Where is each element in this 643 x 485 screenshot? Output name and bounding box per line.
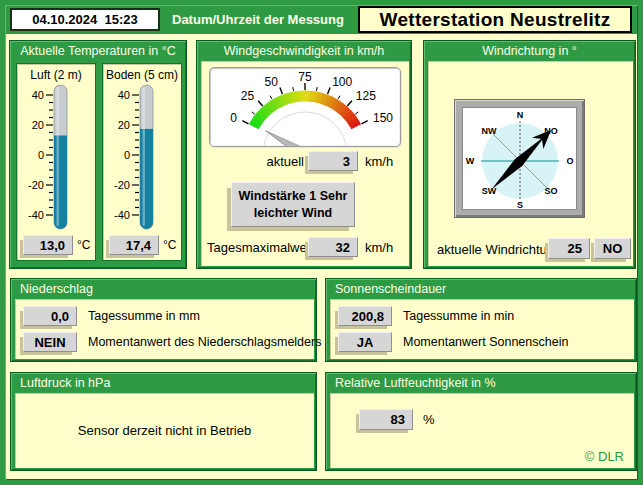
- svg-text:20: 20: [118, 119, 130, 131]
- humidity-unit: %: [423, 412, 435, 427]
- datetime-display: 04.10.2024 15:23: [10, 8, 160, 31]
- compass: N NO O SO S SW W NW: [454, 99, 585, 218]
- wind-current-value: 3: [308, 151, 358, 171]
- svg-text:-20: -20: [28, 179, 44, 191]
- panel-precipitation: Niederschlag 0,0 Tagessumme in mm NEIN M…: [10, 278, 317, 362]
- precip-sum-label: Tagessumme in mm: [88, 309, 200, 323]
- compass-label-n: N: [516, 110, 523, 120]
- panel-humidity-title: Relative Luftfeuchtigkeit in %: [326, 373, 636, 393]
- air-temp-value: 13,0: [23, 235, 73, 255]
- pressure-status-text: Sensor derzeit nicht in Betrieb: [15, 393, 314, 468]
- svg-text:0: 0: [38, 149, 44, 161]
- svg-text:75: 75: [298, 70, 312, 84]
- svg-text:150: 150: [373, 111, 393, 125]
- precip-now-value: NEIN: [23, 332, 77, 352]
- soil-temp-unit: °C: [163, 238, 176, 252]
- wind-direction-value: 25: [548, 238, 590, 259]
- precip-sum-value: 0,0: [23, 306, 77, 326]
- wind-max-unit: km/h: [365, 240, 393, 255]
- sunshine-sum-label: Tagessumme in min: [403, 309, 514, 323]
- compass-label-s: S: [516, 200, 522, 209]
- panel-pressure: Luftdruck in hPa Sensor derzeit nicht in…: [10, 372, 317, 471]
- thermometer-soil-gauge: -40-2002040: [105, 83, 179, 235]
- compass-label-o: O: [566, 156, 573, 166]
- compass-rose: N NO O SO S SW W NW: [464, 109, 576, 209]
- station-title: Wetterstation Neustrelitz: [358, 6, 632, 33]
- sunshine-now-value: JA: [338, 332, 392, 352]
- wind-direction-sector: NO: [594, 238, 631, 259]
- wind-current-unit: km/h: [365, 154, 393, 169]
- beaufort-indicator: Windstärke 1 Sehr leichter Wind: [231, 182, 355, 227]
- thermometer-air-gauge: -40-2002040: [19, 83, 93, 235]
- panel-sunshine: Sonnenscheindauer 200,8 Tagessumme in mi…: [325, 278, 637, 362]
- panel-pressure-title: Luftdruck in hPa: [11, 373, 316, 393]
- panel-temperatures: Aktuelle Temperaturen in °C Luft (2 m) -…: [9, 40, 187, 269]
- compass-label-w: W: [465, 156, 474, 166]
- precip-now-label: Momentanwert des Niederschlagsmelders: [88, 335, 321, 349]
- svg-text:0: 0: [124, 149, 130, 161]
- thermometer-air-panel: Luft (2 m) -40-2002040 13,0 °C: [16, 63, 96, 261]
- svg-text:0: 0: [230, 111, 237, 125]
- panel-humidity: Relative Luftfeuchtigkeit in % 83 % © DL…: [325, 372, 637, 471]
- panel-wind-speed-title: Windgeschwindigkeit in km/h: [197, 41, 411, 61]
- wind-direction-label: aktuelle Windrichtung: [437, 242, 561, 257]
- panel-temperatures-title: Aktuelle Temperaturen in °C: [10, 41, 186, 61]
- thermometer-soil-panel: Boden (5 cm) -40-2002040 17,4 °C: [102, 63, 182, 261]
- compass-label-nw: NW: [481, 126, 496, 136]
- svg-text:25: 25: [241, 89, 255, 103]
- air-sensor-label: Luft (2 m): [17, 68, 95, 82]
- svg-text:40: 40: [118, 89, 130, 101]
- svg-text:100: 100: [332, 75, 352, 89]
- top-bar: 04.10.2024 15:23 Datum/Uhrzeit der Messu…: [5, 5, 638, 34]
- svg-text:125: 125: [356, 89, 376, 103]
- copyright-dlr: © DLR: [585, 449, 624, 464]
- svg-text:40: 40: [32, 89, 44, 101]
- air-temp-unit: °C: [77, 238, 90, 252]
- panel-sunshine-title: Sonnenscheindauer: [326, 279, 636, 299]
- sunshine-sum-value: 200,8: [338, 306, 392, 326]
- svg-text:20: 20: [32, 119, 44, 131]
- panel-precipitation-title: Niederschlag: [11, 279, 316, 299]
- wind-max-value: 32: [308, 237, 358, 257]
- svg-text:-40: -40: [28, 209, 44, 221]
- wind-current-label: aktuell: [201, 154, 304, 169]
- weather-station-window: 04.10.2024 15:23 Datum/Uhrzeit der Messu…: [0, 0, 643, 485]
- svg-text:-40: -40: [114, 209, 130, 221]
- compass-label-so: SO: [544, 186, 557, 196]
- datetime-label: Datum/Uhrzeit der Messung: [172, 5, 344, 34]
- svg-text:50: 50: [264, 75, 278, 89]
- soil-sensor-label: Boden (5 cm): [103, 68, 181, 82]
- compass-label-sw: SW: [481, 186, 496, 196]
- sunshine-now-label: Momentanwert Sonnenschein: [403, 335, 568, 349]
- soil-temp-value: 17,4: [109, 235, 159, 255]
- panel-wind-direction-title: Windrichtung in °: [424, 41, 635, 61]
- humidity-value: 83: [359, 409, 413, 430]
- panel-wind-direction: Windrichtung in ° N NO O SO: [423, 40, 636, 269]
- wind-max-label: Tagesmaximalwert: [207, 240, 315, 255]
- panel-wind-speed: Windgeschwindigkeit in km/h 025507510012…: [196, 40, 412, 269]
- wind-speed-dial: 0255075100125150: [209, 67, 401, 147]
- svg-text:-20: -20: [114, 179, 130, 191]
- wind-speed-gauge-svg: 0255075100125150: [210, 68, 400, 146]
